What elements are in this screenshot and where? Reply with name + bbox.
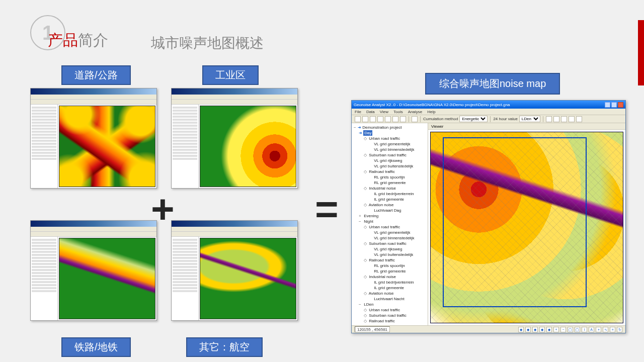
minimize-button[interactable] bbox=[605, 102, 610, 108]
refresh-icon[interactable]: ↻ bbox=[617, 327, 622, 332]
menu-help[interactable]: Help bbox=[427, 110, 435, 114]
toolbar-button[interactable] bbox=[385, 116, 391, 122]
tree-item[interactable]: IL grid gemeente bbox=[354, 285, 426, 291]
tree-item[interactable]: VL grid rijksweg bbox=[354, 158, 426, 163]
tree-item[interactable]: VL grid buitenstedelijk bbox=[354, 163, 426, 169]
hour-label: 24 hour value bbox=[493, 117, 517, 121]
thumb-rail-noise bbox=[30, 220, 157, 321]
tree-item[interactable]: IL grid bedrijventerrein bbox=[354, 191, 426, 197]
tree-item[interactable]: VL grid gemeentelijk bbox=[354, 141, 426, 147]
tree-item[interactable]: ◇ Suburban road traffic bbox=[354, 152, 426, 158]
tree-item[interactable]: VL grid buitenstedelijk bbox=[354, 252, 426, 257]
tree-item[interactable]: ◇ Railroad traffic bbox=[354, 318, 426, 324]
tree-item[interactable]: ◇ Urban road traffic bbox=[354, 136, 426, 141]
plus-operator: + bbox=[151, 186, 175, 232]
viewer-tab[interactable]: Viewer bbox=[428, 123, 625, 130]
thumb-road-noise bbox=[30, 88, 157, 189]
tree-item[interactable]: ◇ Aviation noise bbox=[354, 202, 426, 208]
measure-tool-icon[interactable]: ∿ bbox=[603, 327, 608, 332]
toolbar-button[interactable] bbox=[546, 116, 552, 122]
tree-item[interactable]: ◇ Railroad traffic bbox=[354, 257, 426, 263]
nav-tool-icon[interactable]: ◆ bbox=[539, 327, 545, 332]
tree-item[interactable]: Luchtvaart Nacht bbox=[354, 296, 426, 302]
info-icon[interactable]: i bbox=[582, 327, 587, 332]
tree-selected[interactable]: Day bbox=[363, 130, 372, 136]
map-aviation bbox=[200, 238, 296, 319]
tag-industrial: 工业区 bbox=[202, 65, 259, 85]
zoom-out-icon[interactable]: − bbox=[560, 327, 566, 332]
tree-item[interactable]: VL grid binnenstedelijk bbox=[354, 235, 426, 241]
thumb-aviation-noise bbox=[171, 220, 298, 321]
toolbar-button[interactable] bbox=[561, 116, 567, 122]
nav-tool-icon[interactable]: ◆ bbox=[518, 327, 524, 332]
toolbar-button[interactable] bbox=[355, 116, 361, 122]
toolbar-button[interactable] bbox=[370, 116, 376, 122]
toolbar-button[interactable] bbox=[569, 116, 575, 122]
tree-item[interactable]: ◇ Urban road traffic bbox=[354, 224, 426, 230]
text-tool-icon[interactable]: A bbox=[589, 327, 594, 332]
tree-item[interactable]: RL grids spoorlijn bbox=[354, 174, 426, 180]
accent-bar bbox=[638, 20, 644, 85]
tree-item[interactable]: RL grids spoorlijn bbox=[354, 263, 426, 268]
tree-item[interactable]: IL grid gemeente bbox=[354, 197, 426, 202]
tree-item[interactable]: ◇ Industrial noise bbox=[354, 324, 426, 325]
tree-item[interactable]: VL grid rijksweg bbox=[354, 246, 426, 252]
thumb-industrial-noise bbox=[171, 88, 298, 189]
page-title: 产品简介 bbox=[48, 30, 108, 51]
title-red: 产品 bbox=[48, 32, 78, 48]
tree-item[interactable]: ◇ Railroad traffic bbox=[354, 169, 426, 174]
tree-item[interactable]: ◇ Suburban road traffic bbox=[354, 241, 426, 246]
tree-item[interactable]: Luchtvaart Dag bbox=[354, 208, 426, 213]
zoom-extent-icon[interactable]: ▢ bbox=[568, 327, 573, 332]
tree-item[interactable]: RL grid gemeente bbox=[354, 268, 426, 274]
menu-tools[interactable]: Tools bbox=[393, 110, 403, 114]
tree-item[interactable]: − LDen bbox=[354, 302, 426, 307]
nav-tool-icon[interactable]: ◆ bbox=[525, 327, 531, 332]
tree-item[interactable]: IL grid bedrijventerrein bbox=[354, 280, 426, 285]
cumulation-label: Cumulation method bbox=[423, 117, 458, 121]
toolbar-button[interactable] bbox=[377, 116, 383, 122]
toolbar-button[interactable] bbox=[392, 116, 398, 122]
hour-select[interactable]: LDen bbox=[519, 116, 540, 122]
toolbar-button[interactable] bbox=[400, 116, 406, 122]
tree-item[interactable]: ◇ Suburban road traffic bbox=[354, 313, 426, 318]
layers-icon[interactable]: ≡ bbox=[610, 327, 615, 332]
tag-road: 道路/公路 bbox=[61, 65, 131, 85]
combined-noise-map bbox=[430, 132, 623, 323]
zoom-in-icon[interactable]: + bbox=[553, 327, 559, 332]
window-titlebar[interactable]: Geonoise Analyst X2..0 - D:\GeonoiseBGNA… bbox=[352, 101, 625, 109]
toolbar: Cumulation method Energetic 24 hour valu… bbox=[352, 115, 625, 123]
title-gray: 简介 bbox=[78, 32, 108, 48]
tree-item[interactable]: RL grid gemeente bbox=[354, 180, 426, 186]
menu-data[interactable]: Data bbox=[366, 110, 375, 114]
menu-bar: File Data View Tools Analyse Help bbox=[352, 109, 625, 115]
tree-item[interactable]: VL grid gemeentelijk bbox=[354, 230, 426, 235]
tree-item[interactable]: ◇ Industrial noise bbox=[354, 186, 426, 191]
project-tree[interactable]: −➜ Demonstration project ➜ Day ◇ Urban r… bbox=[352, 123, 428, 325]
menu-view[interactable]: View bbox=[380, 110, 388, 114]
tree-item[interactable]: ◇ Industrial noise bbox=[354, 274, 426, 280]
maximize-button[interactable] bbox=[611, 102, 617, 108]
close-button[interactable] bbox=[618, 102, 623, 108]
map-viewer[interactable] bbox=[428, 130, 625, 325]
noise-map-window: Geonoise Analyst X2..0 - D:\GeonoiseBGNA… bbox=[351, 100, 626, 333]
nav-tool-icon[interactable]: ◆ bbox=[532, 327, 538, 332]
tree-item[interactable]: − Night bbox=[354, 219, 426, 224]
tree-item[interactable]: ◇ Aviation noise bbox=[354, 291, 426, 296]
toolbar-button[interactable] bbox=[412, 116, 418, 122]
cumulation-select[interactable]: Energetic bbox=[459, 116, 488, 122]
subtitle: 城市噪声地图概述 bbox=[151, 34, 264, 53]
tree-item[interactable]: ◇ Urban road traffic bbox=[354, 307, 426, 313]
tree-item[interactable]: VL grid binnenstedelijk bbox=[354, 147, 426, 152]
menu-file[interactable]: File bbox=[355, 110, 361, 114]
toolbar-button[interactable] bbox=[576, 116, 582, 122]
zoom-region-icon[interactable]: ▢ bbox=[575, 327, 580, 332]
toolbar-button[interactable] bbox=[553, 116, 559, 122]
equals-operator: = bbox=[315, 186, 339, 232]
tree-root[interactable]: Demonstration project bbox=[362, 125, 401, 130]
measure-tool-icon[interactable]: ⌖ bbox=[596, 327, 601, 332]
menu-analyse[interactable]: Analyse bbox=[408, 110, 422, 114]
nav-tool-icon[interactable]: ◆ bbox=[546, 327, 552, 332]
toolbar-button[interactable] bbox=[362, 116, 368, 122]
tree-item[interactable]: + Evening bbox=[354, 213, 426, 219]
